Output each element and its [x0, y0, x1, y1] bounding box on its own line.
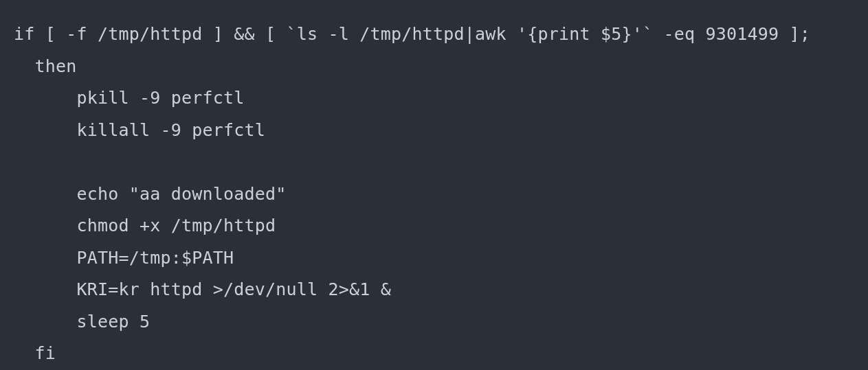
code-block: if [ -f /tmp/httpd ] && [ `ls -l /tmp/ht…	[0, 0, 868, 370]
code-content: if [ -f /tmp/httpd ] && [ `ls -l /tmp/ht…	[14, 24, 810, 363]
